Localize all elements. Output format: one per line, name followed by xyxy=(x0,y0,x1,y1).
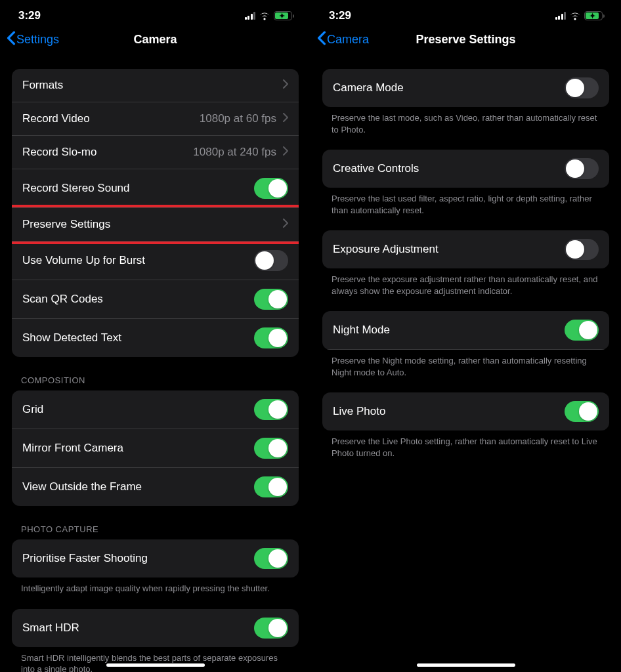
row-label: Night Mode xyxy=(333,324,390,337)
phone-right: 3:29 ✦ Camera Preserve Settings Camera M… xyxy=(310,0,621,672)
battery-icon: ✦ xyxy=(274,11,292,20)
row-outside-frame: View Outside the Frame xyxy=(12,468,299,506)
row-label: Mirror Front Camera xyxy=(22,442,123,455)
phone-left: 3:29 ✦ Settings Camera Formats Record Vi xyxy=(0,0,310,672)
row-label: View Outside the Frame xyxy=(22,480,142,494)
row-record-slomo[interactable]: Record Slo-mo 1080p at 240 fps xyxy=(12,136,299,169)
toggle-mirror[interactable] xyxy=(254,438,288,459)
row-label: Scan QR Codes xyxy=(22,293,103,306)
row-smart-hdr: Smart HDR xyxy=(12,609,299,647)
row-volume-burst: Use Volume Up for Burst xyxy=(12,242,299,280)
page-title: Camera xyxy=(133,33,177,47)
toggle-live-photo[interactable] xyxy=(565,401,599,422)
row-stereo-sound: Record Stereo Sound xyxy=(12,169,299,208)
status-bar: 3:29 ✦ xyxy=(310,0,621,24)
chevron-right-icon xyxy=(283,219,288,230)
row-label: Formats xyxy=(22,79,63,92)
chevron-left-icon xyxy=(7,31,16,49)
group-creative: Creative Controls xyxy=(322,150,609,188)
toggle-detected-text[interactable] xyxy=(254,327,288,348)
footer-exposure: Preserve the exposure adjustment rather … xyxy=(322,268,609,297)
nav-bar: Settings Camera xyxy=(0,24,310,57)
status-indicators: ✦ xyxy=(245,11,293,20)
chevron-right-icon xyxy=(283,113,288,125)
footer-faster: Intelligently adapt image quality when r… xyxy=(12,578,299,595)
home-indicator[interactable] xyxy=(417,663,515,667)
row-label: Record Video xyxy=(22,112,90,125)
status-indicators: ✦ xyxy=(555,11,603,20)
status-bar: 3:29 ✦ xyxy=(0,0,310,24)
toggle-camera-mode[interactable] xyxy=(565,77,599,98)
row-value: 1080p at 240 fps xyxy=(193,146,276,159)
toggle-grid[interactable] xyxy=(254,399,288,420)
group-night-mode: Night Mode xyxy=(322,311,609,350)
section-header-photo-capture: PHOTO CAPTURE xyxy=(12,506,299,539)
back-label: Settings xyxy=(16,33,59,47)
row-faster-shooting: Prioritise Faster Shooting xyxy=(12,539,299,578)
section-header-composition: COMPOSITION xyxy=(12,357,299,390)
row-mirror: Mirror Front Camera xyxy=(12,429,299,468)
row-scan-qr: Scan QR Codes xyxy=(12,280,299,319)
footer-creative: Preserve the last used filter, aspect ra… xyxy=(322,188,609,216)
chevron-left-icon xyxy=(317,31,326,49)
row-live-photo: Live Photo xyxy=(322,392,609,430)
settings-group-main: Formats Record Video 1080p at 60 fps Rec… xyxy=(12,69,299,357)
footer-smarthdr: Smart HDR intelligently blends the best … xyxy=(12,647,299,672)
row-preserve-settings[interactable]: Preserve Settings xyxy=(12,208,299,242)
cellular-icon xyxy=(245,12,256,20)
settings-content: Camera Mode Preserve the last mode, such… xyxy=(310,57,621,459)
toggle-faster[interactable] xyxy=(254,548,288,569)
chevron-right-icon xyxy=(283,79,288,91)
settings-group-composition: Grid Mirror Front Camera View Outside th… xyxy=(12,390,299,506)
row-label: Prioritise Faster Shooting xyxy=(22,552,148,565)
row-grid: Grid xyxy=(12,390,299,429)
status-time: 3:29 xyxy=(329,9,351,22)
row-camera-mode: Camera Mode xyxy=(322,69,609,107)
settings-group-faster: Prioritise Faster Shooting xyxy=(12,539,299,578)
toggle-exposure[interactable] xyxy=(565,239,599,260)
footer-live: Preserve the Live Photo setting, rather … xyxy=(322,430,609,459)
settings-group-smarthdr: Smart HDR xyxy=(12,609,299,647)
toggle-stereo[interactable] xyxy=(254,178,288,199)
toggle-volume-burst[interactable] xyxy=(254,250,288,271)
page-title: Preserve Settings xyxy=(416,33,515,47)
footer-night: Preserve the Night mode setting, rather … xyxy=(322,350,609,378)
row-label: Exposure Adjustment xyxy=(333,243,439,256)
row-night-mode: Night Mode xyxy=(322,311,609,350)
row-detected-text: Show Detected Text xyxy=(12,319,299,357)
row-formats[interactable]: Formats xyxy=(12,69,299,102)
toggle-outside-frame[interactable] xyxy=(254,476,288,497)
group-camera-mode: Camera Mode xyxy=(322,69,609,107)
settings-content: Formats Record Video 1080p at 60 fps Rec… xyxy=(0,57,310,672)
row-label: Grid xyxy=(22,403,43,416)
row-label: Creative Controls xyxy=(333,162,419,175)
row-label: Live Photo xyxy=(333,405,385,418)
wifi-icon xyxy=(259,12,270,20)
group-live-photo: Live Photo xyxy=(322,392,609,430)
row-label: Camera Mode xyxy=(333,81,404,94)
toggle-night-mode[interactable] xyxy=(565,320,599,341)
row-label: Preserve Settings xyxy=(22,218,110,231)
back-button[interactable]: Camera xyxy=(317,31,369,49)
row-value: 1080p at 60 fps xyxy=(200,112,276,125)
row-exposure: Exposure Adjustment xyxy=(322,230,609,268)
row-creative-controls: Creative Controls xyxy=(322,150,609,188)
home-indicator[interactable] xyxy=(106,663,205,667)
nav-bar: Camera Preserve Settings xyxy=(310,24,621,57)
group-exposure: Exposure Adjustment xyxy=(322,230,609,268)
chevron-right-icon xyxy=(283,146,288,158)
toggle-creative[interactable] xyxy=(565,158,599,179)
cellular-icon xyxy=(555,12,567,20)
row-label: Use Volume Up for Burst xyxy=(22,254,145,267)
toggle-smart-hdr[interactable] xyxy=(254,618,288,639)
toggle-scan-qr[interactable] xyxy=(254,289,288,310)
row-label: Show Detected Text xyxy=(22,331,121,345)
row-label: Record Stereo Sound xyxy=(22,182,130,195)
back-button[interactable]: Settings xyxy=(7,31,59,49)
row-label: Smart HDR xyxy=(22,621,79,635)
row-label: Record Slo-mo xyxy=(22,146,96,159)
battery-icon: ✦ xyxy=(584,11,603,20)
back-label: Camera xyxy=(327,33,369,47)
row-record-video[interactable]: Record Video 1080p at 60 fps xyxy=(12,102,299,136)
wifi-icon xyxy=(569,12,581,20)
